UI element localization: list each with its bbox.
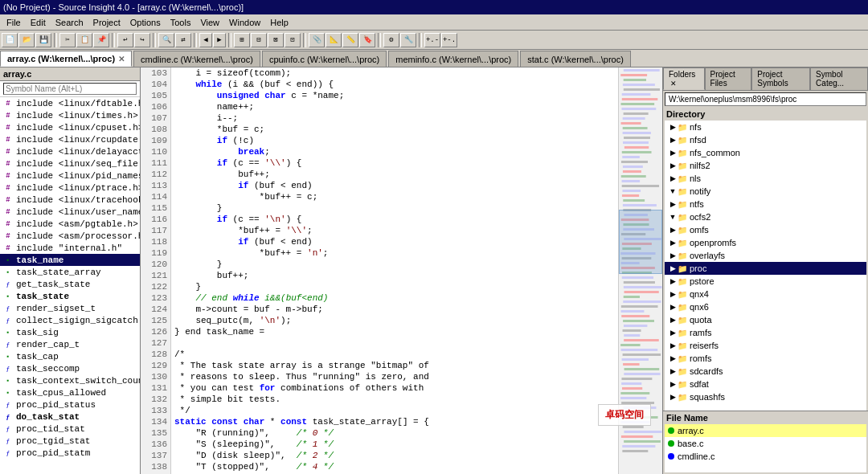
symbol-item[interactable]: #include <linux/user_namespace.h> (0, 206, 140, 218)
dir-item[interactable]: ▶📁pstore (665, 275, 866, 288)
file-item[interactable]: base.c (665, 437, 866, 450)
toolbar-b10[interactable]: 🔖 (359, 33, 375, 47)
dir-item[interactable]: ▶📁qnx6 (665, 300, 866, 313)
symbol-item[interactable]: ƒproc_tgid_stat (0, 435, 140, 447)
symbol-item[interactable]: #include <linux/times.h> (0, 109, 140, 121)
symbol-item[interactable]: ƒtask_seccomp (0, 362, 140, 374)
dir-item[interactable]: ▶📁omfs (665, 223, 866, 236)
right-tab-folders[interactable]: Folders ✕ (663, 67, 705, 90)
menu-options[interactable]: Options (125, 16, 166, 29)
symbol-item[interactable]: ƒget_task_state (0, 278, 140, 290)
symbol-item[interactable]: ƒrender_cap_t (0, 338, 140, 350)
symbol-item[interactable]: ƒrender_sigset_t (0, 302, 140, 314)
dir-item[interactable]: ▶📁nfs (665, 121, 866, 133)
menu-window[interactable]: Window (224, 16, 265, 29)
menu-search[interactable]: Search (51, 16, 88, 29)
toolbar-b13[interactable]: +.- (424, 33, 440, 47)
dir-item[interactable]: ▶📁sdcardfs (665, 365, 866, 378)
right-tab-project-symbols[interactable]: Project Symbols (751, 67, 810, 90)
dir-item[interactable]: ▶📁reiserfs (665, 339, 866, 352)
dir-item[interactable]: ▶📁nls (665, 172, 866, 185)
symbol-item[interactable]: #include <linux/rcupdate.h> (0, 133, 140, 145)
toolbar-search[interactable]: 🔍 (158, 33, 174, 47)
toolbar-b1[interactable]: ◀ (199, 33, 212, 47)
dir-item[interactable]: ▶📁sdfat (665, 378, 866, 390)
symbol-item[interactable]: ƒproc_pid_statm (0, 447, 140, 459)
tab-cmdline-c[interactable]: cmdline.c (W:\kernel\...\proc) (133, 51, 260, 67)
dir-item[interactable]: ▶📁openpromfs (665, 236, 866, 249)
dir-item[interactable]: ▶📁nilfs2 (665, 159, 866, 172)
toolbar-new[interactable]: 📄 (2, 33, 18, 47)
menu-file[interactable]: File (2, 16, 26, 29)
symbol-item[interactable]: #include <linux/fdtable.h> (0, 97, 140, 109)
toolbar-b6[interactable]: ⊡ (285, 33, 301, 47)
toolbar-b8[interactable]: 📐 (326, 33, 342, 47)
dir-item[interactable]: ▼📁ocfs2 (665, 210, 866, 223)
tab-array-c[interactable]: array.c (W:\kernel\...\proc) ✕ (0, 51, 132, 67)
symbol-item[interactable]: ▪task_name (0, 254, 140, 266)
menu-view[interactable]: View (195, 16, 224, 29)
toolbar-b5[interactable]: ⊠ (268, 33, 284, 47)
symbol-item[interactable]: #include <linux/cpuset.h> (0, 121, 140, 133)
dir-item[interactable]: ▶📁quota (665, 313, 866, 326)
symbol-item[interactable]: ƒdo_task_stat (0, 411, 140, 423)
tab-cpuinfo-c[interactable]: cpuinfo.c (W:\kernel\...\proc) (262, 51, 387, 67)
toolbar-b7[interactable]: 📎 (309, 33, 325, 47)
menu-help[interactable]: Help (265, 16, 293, 29)
symbol-item[interactable]: ▪task_cap (0, 350, 140, 362)
symbol-item[interactable]: ▪task_state (0, 290, 140, 302)
dir-item[interactable]: ▶📁nfsd (665, 133, 866, 146)
toolbar-replace[interactable]: ⇄ (175, 33, 191, 47)
dir-item[interactable]: ▶📁ntfs (665, 198, 866, 210)
dir-item[interactable]: ▶📁nfs_common (665, 146, 866, 159)
file-item[interactable]: array.c (665, 424, 866, 437)
toolbar-copy[interactable]: 📋 (76, 33, 92, 47)
symbol-item[interactable]: #include <linux/pid_namespace.h> (0, 170, 140, 182)
toolbar-cut[interactable]: ✂ (59, 33, 76, 47)
symbol-item[interactable]: ▪task_cpus_allowed (0, 386, 140, 398)
symbol-item[interactable]: #include <linux/tracehook.h> (0, 194, 140, 206)
toolbar-b12[interactable]: 🔧 (400, 33, 416, 47)
symbol-item[interactable]: #include <linux/ptrace.h> (0, 182, 140, 194)
symbol-item[interactable]: ▪task_sig (0, 326, 140, 338)
symbol-item[interactable]: ƒproc_tid_stat (0, 423, 140, 435)
toolbar-b14[interactable]: +-. (441, 33, 457, 47)
tab-meminfo-c[interactable]: meminfo.c (W:\kernel\...\proc) (388, 51, 518, 67)
symbol-search-input[interactable] (3, 83, 137, 95)
menu-edit[interactable]: Edit (26, 16, 51, 29)
toolbar-undo[interactable]: ↩ (117, 33, 133, 47)
menu-tools[interactable]: Tools (166, 16, 196, 29)
symbol-item[interactable]: #include <linux/seq_file.h> (0, 157, 140, 170)
dir-item[interactable]: ▶📁overlayfs (665, 249, 866, 262)
code-content[interactable]: i = sizeof(tcomm); while (i && (buf < en… (171, 67, 618, 474)
toolbar-open[interactable]: 📂 (18, 33, 35, 47)
toolbar-b2[interactable]: ▶ (213, 33, 226, 47)
symbol-item[interactable]: #include <asm/processor.h> (0, 230, 140, 242)
toolbar-save[interactable]: 💾 (35, 33, 51, 47)
toolbar-paste[interactable]: 📌 (93, 33, 109, 47)
dir-item[interactable]: ▶📁proc (665, 262, 866, 275)
dir-item[interactable]: ▶📁qnx4 (665, 288, 866, 300)
symbol-item[interactable]: ƒcollect_sigign_sigcatch (0, 314, 140, 326)
symbol-item[interactable]: ▪task_context_switch_counts (0, 374, 140, 386)
toolbar-redo[interactable]: ↪ (134, 33, 150, 47)
folders-close[interactable]: ✕ (670, 80, 677, 88)
toolbar-b9[interactable]: 📏 (342, 33, 358, 47)
file-item[interactable]: cmdline.c (665, 450, 866, 463)
menu-project[interactable]: Project (88, 16, 125, 29)
dir-item[interactable]: ▶📁squashfs (665, 390, 866, 403)
right-tab-project-files[interactable]: Project Files (705, 67, 752, 90)
symbol-item[interactable]: ▪task_state_array (0, 266, 140, 278)
dir-item[interactable]: ▶📁ramfs (665, 326, 866, 339)
tab-array-c-close[interactable]: ✕ (118, 55, 125, 63)
right-tab-symbol-categ[interactable]: Symbol Categ... (810, 67, 868, 90)
toolbar-b11[interactable]: ⚙ (383, 33, 399, 47)
symbol-item[interactable]: #include "internal.h" (0, 242, 140, 254)
dir-item[interactable]: ▼📁notify (665, 185, 866, 198)
dir-item[interactable]: ▶📁romfs (665, 352, 866, 365)
symbol-item[interactable]: #include <asm/pgtable.h> (0, 218, 140, 230)
symbol-item[interactable]: #include <linux/delayacct.h> (0, 145, 140, 157)
tab-stat-c[interactable]: stat.c (W:\kernel\...\proc) (520, 51, 631, 67)
toolbar-b3[interactable]: ⊞ (234, 33, 250, 47)
symbol-item[interactable]: ƒproc_pid_status (0, 398, 140, 411)
